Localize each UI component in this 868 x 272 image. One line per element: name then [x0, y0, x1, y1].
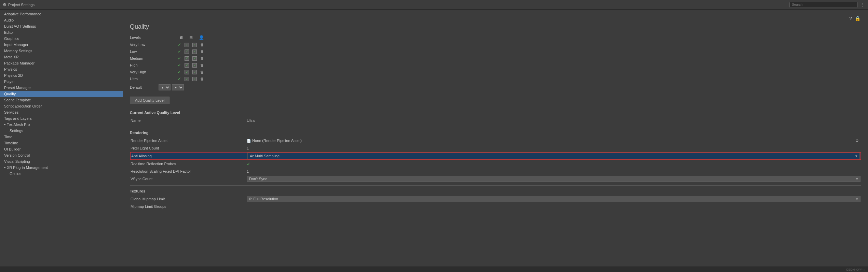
checkbox-11[interactable] [185, 77, 189, 81]
help-button[interactable]: ? [849, 15, 853, 22]
level-row-very-high: Very High ✓ 🗑 [130, 69, 861, 75]
bottom-bar-text: CSDN-XYY-m [846, 268, 865, 271]
sidebar-item-services[interactable]: Services [0, 109, 123, 115]
default-label: Default [130, 85, 157, 89]
divider-1 [130, 107, 861, 107]
trash-icon[interactable]: 🗑 [200, 43, 204, 47]
global-mipmap-dropdown[interactable]: 0: Full Resolution ▾ [247, 196, 860, 202]
sidebar-item-textmesh-settings[interactable]: Settings [0, 128, 123, 134]
sidebar-item-xr-plugin-management[interactable]: ▾ XR Plug-in Management [0, 164, 123, 171]
default-dropdown-1[interactable]: ▾ [159, 84, 171, 90]
prop-label-anti-aliasing: Anti Aliasing [131, 154, 247, 158]
checkbox-12[interactable] [192, 77, 197, 81]
sidebar-item-editor[interactable]: Editor [0, 29, 123, 35]
trash-icon-low[interactable]: 🗑 [200, 49, 204, 54]
prop-row-global-mipmap: Global Mipmap Limit 0: Full Resolution ▾ [130, 195, 861, 203]
sidebar-item-visual-scripting[interactable]: Visual Scripting [0, 158, 123, 164]
prop-row-pixel-light-count: Pixel Light Count 1 [130, 144, 861, 152]
check-green-3: ✓ [178, 56, 181, 61]
levels-table: Levels 🖥 ⊞ 👤 Very Low ✓ 🗑 Low [130, 35, 861, 90]
check-green-4: ✓ [178, 63, 181, 68]
sidebar-item-oculus[interactable]: Oculus [0, 171, 123, 177]
divider-3 [130, 185, 861, 186]
level-row-low: Low ✓ 🗑 [130, 48, 861, 55]
checkbox-2[interactable] [192, 43, 197, 47]
sidebar-item-burst-aot[interactable]: Burst AOT Settings [0, 23, 123, 29]
checkbox-8[interactable] [192, 63, 197, 68]
prop-label-mipmap-limit-groups: Mipmap Limit Groups [131, 204, 247, 209]
checkbox-5[interactable] [185, 56, 189, 61]
sidebar-item-preset-manager[interactable]: Preset Manager [0, 85, 123, 91]
check-green-5: ✓ [178, 70, 181, 74]
trash-icon-high[interactable]: 🗑 [200, 63, 204, 67]
sidebar-item-package-manager[interactable]: Package Manager [0, 60, 123, 66]
global-mipmap-value: 0: Full Resolution [249, 197, 278, 201]
checkbox-10[interactable] [192, 70, 197, 74]
sidebar-item-graphics[interactable]: Graphics [0, 35, 123, 42]
search-input[interactable] [789, 2, 858, 8]
arrow-icon: ▾ [4, 123, 6, 126]
sidebar-item-quality[interactable]: Quality [0, 91, 123, 97]
checkbox-3[interactable] [185, 49, 189, 54]
title-bar: ⚙ Project Settings ⋮ [0, 0, 868, 10]
monitor-icon: 🖥 [179, 35, 183, 40]
checkbox-9[interactable] [185, 70, 189, 74]
lock-button[interactable]: 🔒 [854, 15, 861, 22]
sidebar-item-player[interactable]: Player [0, 78, 123, 85]
prop-value-render-pipeline: None (Render Pipeline Asset) [252, 139, 302, 143]
gear-icon-render[interactable]: ⚙ [854, 137, 860, 144]
prop-value-name: Ultra [247, 118, 255, 123]
prop-row-vsync: VSync Count Don't Sync ▾ [130, 175, 861, 183]
sidebar-item-textmesh-pro[interactable]: ▾ TextMesh Pro [0, 121, 123, 128]
sidebar-item-physics-2d[interactable]: Physics 2D [0, 72, 123, 78]
sidebar-item-meta-xr[interactable]: Meta XR [0, 54, 123, 60]
levels-header: Levels 🖥 ⊞ 👤 [130, 35, 861, 40]
checkbox-7[interactable] [185, 63, 189, 68]
vsync-dropdown[interactable]: Don't Sync ▾ [247, 176, 860, 182]
prop-label-pixel-light-count: Pixel Light Count [131, 146, 247, 150]
trash-icon-very-high[interactable]: 🗑 [200, 70, 204, 74]
level-row-high: High ✓ 🗑 [130, 62, 861, 69]
anti-aliasing-value: 4x Multi Sampling [250, 154, 280, 158]
sidebar-item-timeline[interactable]: Timeline [0, 140, 123, 146]
prop-row-anti-aliasing: Anti Aliasing 4x Multi Sampling ▾ [130, 152, 861, 160]
prop-label-reflection-probes: Realtime Reflection Probes [131, 162, 247, 166]
checkbox-1[interactable] [185, 43, 189, 47]
prop-row-mipmap-limit-groups: Mipmap Limit Groups [130, 203, 861, 210]
content-top-bar: ? 🔒 [130, 15, 861, 22]
sidebar: Adaptive Performance Audio Burst AOT Set… [0, 10, 123, 267]
sidebar-item-input-manager[interactable]: Input Manager [0, 42, 123, 48]
anti-aliasing-dropdown[interactable]: 4x Multi Sampling ▾ [247, 153, 860, 159]
trash-icon-medium[interactable]: 🗑 [200, 56, 204, 60]
more-icon[interactable]: ⋮ [860, 2, 865, 8]
sidebar-item-time[interactable]: Time [0, 134, 123, 140]
bottom-bar: CSDN-XYY-m [0, 267, 868, 272]
checkbox-6[interactable] [192, 56, 197, 61]
prop-row-name: Name Ultra [130, 117, 861, 124]
check-green-1: ✓ [178, 42, 181, 47]
level-row-very-low: Very Low ✓ 🗑 [130, 41, 861, 48]
sidebar-item-ui-builder[interactable]: UI Builder [0, 146, 123, 152]
sidebar-item-version-control[interactable]: Version Control [0, 152, 123, 158]
add-quality-level-button[interactable]: Add Quality Level [130, 97, 169, 104]
levels-label: Levels [130, 35, 178, 40]
check-green-2: ✓ [178, 49, 181, 54]
default-row: Default ▾ ▾ [130, 84, 861, 90]
trash-icon-ultra[interactable]: 🗑 [200, 77, 204, 81]
sidebar-item-physics[interactable]: Physics [0, 66, 123, 72]
sidebar-item-audio[interactable]: Audio [0, 17, 123, 23]
sidebar-item-tags-and-layers[interactable]: Tags and Layers [0, 115, 123, 121]
sidebar-item-adaptive-performance[interactable]: Adaptive Performance [0, 11, 123, 17]
prop-row-resolution-scaling: Resolution Scaling Fixed DPI Factor 1 [130, 168, 861, 175]
sidebar-item-memory-settings[interactable]: Memory Settings [0, 48, 123, 54]
grid-icon: ⊞ [189, 35, 193, 40]
checkbox-4[interactable] [192, 49, 197, 54]
sidebar-item-script-execution-order[interactable]: Script Execution Order [0, 103, 123, 109]
sidebar-item-scene-template[interactable]: Scene Template [0, 97, 123, 103]
prop-value-pixel-light-count: 1 [247, 146, 249, 150]
rendering-section-label: Rendering [130, 131, 861, 135]
current-active-section-label: Current Active Quality Level [130, 111, 861, 115]
level-row-medium: Medium ✓ 🗑 [130, 55, 861, 62]
default-dropdown-2[interactable]: ▾ [172, 84, 184, 90]
prop-label-name: Name [131, 118, 247, 123]
